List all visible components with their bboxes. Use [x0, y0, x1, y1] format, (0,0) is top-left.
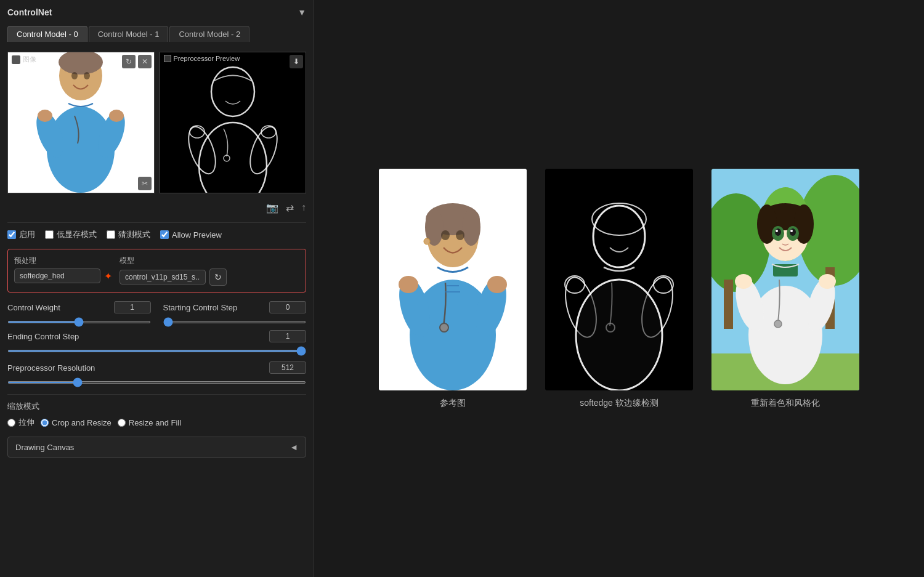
result-card-1: softedge 软边缘检测 — [545, 169, 693, 409]
star-icon: ✦ — [104, 270, 112, 282]
zoom-stretch-label: 拉伸 — [18, 417, 34, 428]
svg-point-31 — [487, 276, 507, 293]
drawing-canvas-label: Drawing Canvas — [15, 443, 74, 452]
svg-point-65 — [735, 274, 752, 289]
ending-control-step-value[interactable] — [269, 330, 306, 342]
zoom-stretch-radio[interactable] — [7, 419, 15, 427]
control-weight-slider[interactable] — [7, 321, 151, 323]
svg-point-27 — [424, 238, 430, 244]
panel-header: ControlNet ▼ — [7, 7, 306, 17]
svg-point-25 — [441, 230, 450, 240]
zoom-resize-fill-radio[interactable] — [118, 419, 126, 427]
refresh-source-button[interactable]: ↻ — [122, 55, 136, 68]
preview-image-label: Preprocessor Preview — [164, 55, 240, 62]
right-panel: 参考图 softedge 软边缘检测 — [314, 0, 924, 577]
download-preview-button[interactable]: ⬇ — [290, 55, 303, 68]
preview-image-text: Preprocessor Preview — [174, 55, 240, 62]
preprocessor-model-row: 预处理 softedge_hed ✦ 模型 control_v11p_sd15_… — [14, 256, 299, 286]
svg-point-8 — [38, 110, 52, 122]
enable-checkbox[interactable] — [7, 230, 16, 239]
zoom-crop-resize-label: Crop and Resize — [52, 418, 111, 427]
ending-control-step-section: Ending Control Step — [7, 330, 306, 354]
preprocessor-model-box: 预处理 softedge_hed ✦ 模型 control_v11p_sd15_… — [7, 249, 306, 293]
model-inner: control_v11p_sd15_s... ↻ — [120, 268, 227, 286]
zoom-mode-radio-group: 拉伸 Crop and Resize Resize and Fill — [7, 417, 306, 428]
enable-label: 启用 — [19, 229, 35, 240]
options-row: 启用 低显存模式 猜测模式 Allow Preview — [7, 229, 306, 240]
starting-control-step-section: Starting Control Step — [163, 301, 307, 325]
model-field: 模型 control_v11p_sd15_s... ↻ — [120, 256, 227, 286]
svg-point-44 — [577, 281, 661, 389]
svg-point-62 — [790, 230, 793, 232]
upload-icon[interactable]: ↑ — [301, 202, 306, 214]
tab-control-model-2[interactable]: Control Model - 2 — [169, 26, 249, 42]
camera-icon[interactable]: 📷 — [266, 202, 278, 214]
result-image-1 — [545, 169, 693, 390]
panel-collapse-icon[interactable]: ▼ — [298, 7, 306, 17]
swap-icon[interactable]: ⇄ — [286, 202, 294, 214]
result-caption-1: softedge 软边缘检测 — [580, 398, 659, 409]
svg-point-30 — [399, 276, 418, 293]
tab-control-model-0[interactable]: Control Model - 0 — [7, 26, 87, 42]
allow-preview-checkbox[interactable] — [160, 230, 169, 239]
source-image-label: 图像 — [12, 55, 36, 64]
svg-rect-49 — [724, 280, 733, 329]
guess-mode-checkbox[interactable] — [107, 230, 115, 239]
svg-point-5 — [84, 72, 90, 79]
low-vram-option[interactable]: 低显存模式 — [45, 229, 97, 240]
drawing-canvas-row[interactable]: Drawing Canvas ◄ — [7, 437, 306, 458]
source-image-box[interactable]: 图像 ↻ ✕ ✂ — [7, 52, 155, 193]
model-label: 模型 — [120, 256, 227, 266]
ending-control-step-label: Ending Control Step — [7, 332, 79, 341]
zoom-resize-fill-label: Resize and Fill — [129, 418, 181, 427]
starting-control-step-slider[interactable] — [163, 321, 307, 323]
image-icon — [12, 55, 20, 64]
low-vram-label: 低显存模式 — [57, 229, 97, 240]
zoom-resize-fill-option[interactable]: Resize and Fill — [118, 418, 181, 427]
zoom-crop-resize-radio[interactable] — [41, 419, 49, 427]
toolbar-row: 📷 ⇄ ↑ — [7, 202, 306, 214]
svg-point-66 — [819, 274, 836, 289]
preprocessor-label: 预处理 — [14, 256, 112, 266]
starting-control-step-row: Starting Control Step — [163, 301, 307, 313]
preprocessor-resolution-label: Preprocessor Resolution — [7, 363, 95, 373]
zoom-stretch-option[interactable]: 拉伸 — [7, 417, 34, 428]
preview-image-checkbox — [164, 55, 171, 62]
result-card-0: 参考图 — [379, 169, 527, 409]
tab-control-model-1[interactable]: Control Model - 1 — [89, 26, 169, 42]
refresh-model-button[interactable]: ↻ — [209, 268, 227, 286]
starting-control-step-value[interactable] — [269, 301, 306, 313]
svg-point-9 — [109, 110, 124, 122]
ending-control-step-row: Ending Control Step — [7, 330, 306, 342]
ending-control-step-slider[interactable] — [7, 350, 306, 352]
low-vram-checkbox[interactable] — [45, 230, 54, 239]
zoom-crop-resize-option[interactable]: Crop and Resize — [41, 418, 111, 427]
svg-point-61 — [776, 230, 778, 232]
guess-mode-label: 猜测模式 — [118, 229, 150, 240]
close-source-button[interactable]: ✕ — [138, 55, 152, 68]
zoom-mode-label: 缩放模式 — [7, 401, 306, 412]
preprocessor-inner: softedge_hed ✦ — [14, 268, 112, 283]
tabs-row: Control Model - 0 Control Model - 1 Cont… — [7, 26, 306, 42]
result-card-2: 重新着色和风格化 — [711, 169, 859, 409]
preprocessor-field: 预处理 softedge_hed ✦ — [14, 256, 112, 286]
svg-point-67 — [774, 320, 782, 328]
control-weight-section: Control Weight — [7, 301, 151, 325]
preprocessor-select[interactable]: softedge_hed — [14, 268, 100, 283]
model-select[interactable]: control_v11p_sd15_s... — [120, 270, 206, 284]
svg-point-26 — [456, 230, 464, 240]
svg-point-24 — [462, 209, 480, 246]
drawing-canvas-chevron: ◄ — [290, 442, 298, 452]
control-weight-value[interactable] — [114, 301, 151, 313]
guess-mode-option[interactable]: 猜测模式 — [107, 229, 150, 240]
preprocessor-resolution-value[interactable] — [269, 361, 306, 374]
preprocessor-resolution-slider[interactable] — [7, 381, 306, 384]
preview-image-box[interactable]: Preprocessor Preview ⬇ — [160, 52, 307, 193]
allow-preview-option[interactable]: Allow Preview — [160, 230, 222, 240]
sliders-pair-row: Control Weight Starting Control Step — [7, 301, 306, 325]
scissors-button[interactable]: ✂ — [138, 177, 152, 190]
starting-control-step-label: Starting Control Step — [163, 303, 238, 312]
result-caption-0: 参考图 — [440, 398, 466, 409]
enable-option[interactable]: 启用 — [7, 229, 35, 240]
source-image-controls: ↻ ✕ — [122, 55, 152, 68]
